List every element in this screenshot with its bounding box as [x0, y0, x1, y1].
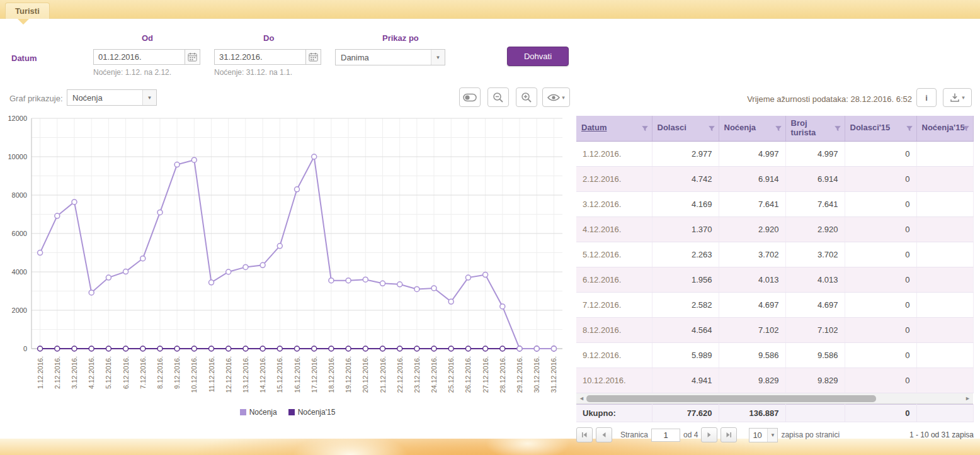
page-size-select[interactable]: 10 ▼ — [749, 428, 778, 442]
chart-toggle-button[interactable] — [459, 87, 481, 107]
table-row[interactable]: 7.12.2016.2.5824.6974.6970 — [576, 292, 973, 317]
cell-nocenja-15 — [916, 292, 973, 317]
zoom-in-button[interactable] — [516, 87, 537, 107]
table-row[interactable]: 1.12.2016.2.9774.9974.9970 — [576, 141, 973, 166]
filter-icon[interactable] — [906, 125, 913, 132]
svg-text:6.12.2016.: 6.12.2016. — [122, 356, 130, 389]
cell-nocenja-15 — [916, 242, 973, 267]
graf-prikazuje-label: Graf prikazuje: — [9, 94, 63, 103]
cell-dolasci-15: 0 — [845, 317, 916, 342]
svg-text:15.12.2016.: 15.12.2016. — [276, 356, 283, 393]
column-header-broj-turista[interactable]: Broj turista — [785, 116, 845, 141]
chart-svg-mount[interactable]: 0200040006000800010000120001.12.2016.2.1… — [5, 113, 572, 407]
zoom-in-icon — [521, 92, 532, 103]
cell-dolasci-15: 0 — [845, 292, 916, 317]
svg-text:26.12.2016.: 26.12.2016. — [464, 356, 472, 393]
cell-nocenja: 3.702 — [719, 242, 785, 267]
cell-nocenja-15 — [916, 141, 973, 166]
svg-text:17.12.2016.: 17.12.2016. — [311, 356, 318, 393]
zoom-out-button[interactable] — [487, 87, 509, 107]
cell-nocenja-15 — [916, 267, 973, 292]
legend-item-1[interactable]: Noćenja'15 — [288, 408, 336, 417]
table-horizontal-scrollbar[interactable]: ◄ ► — [576, 393, 973, 404]
cell-dolasci-15: 0 — [845, 141, 916, 166]
filter-icon[interactable] — [834, 125, 841, 132]
scrollbar-thumb[interactable] — [586, 395, 876, 402]
table-row[interactable]: 4.12.2016.1.3702.9202.9200 — [576, 216, 973, 242]
dohvati-button[interactable]: Dohvati — [507, 47, 569, 66]
table-row[interactable]: 2.12.2016.4.7426.9146.9140 — [576, 166, 973, 191]
svg-text:14.12.2016.: 14.12.2016. — [259, 356, 266, 393]
svg-text:30.12.2016.: 30.12.2016. — [533, 356, 540, 393]
svg-text:24.12.2016.: 24.12.2016. — [430, 356, 438, 393]
cell-broj-turista: 9.586 — [785, 342, 845, 368]
toggle-icon — [463, 93, 477, 102]
cell-datum: 7.12.2016. — [576, 292, 652, 317]
table-row[interactable]: 9.12.2016.5.9899.5869.5860 — [576, 342, 973, 368]
stranica-label: Stranica — [620, 430, 648, 439]
download-icon — [950, 93, 960, 103]
series-visibility-button[interactable]: ▾ — [542, 87, 570, 107]
column-header-dolasci[interactable]: Dolasci — [652, 116, 719, 141]
table-row[interactable]: 8.12.2016.4.5647.1027.1020 — [576, 317, 973, 342]
prev-page-button[interactable] — [596, 427, 612, 442]
cell-dolasci-15: 0 — [845, 342, 916, 368]
date-to-input[interactable] — [214, 49, 306, 65]
legend-item-0[interactable]: Noćenja — [240, 408, 277, 417]
cell-nocenja: 2.920 — [719, 216, 785, 242]
line-chart[interactable]: 0200040006000800010000120001.12.2016.2.1… — [5, 113, 570, 407]
page-number-input[interactable] — [651, 429, 680, 442]
first-page-button[interactable] — [576, 427, 593, 442]
column-header-datum[interactable]: Datum — [576, 116, 652, 141]
total-label: Ukupno: — [576, 404, 652, 422]
date-to-group — [214, 49, 321, 65]
info-button[interactable]: i — [916, 88, 937, 107]
table-row[interactable]: 6.12.2016.1.9564.0134.0130 — [576, 267, 973, 292]
next-page-button[interactable] — [701, 427, 717, 442]
column-header-nocenja[interactable]: Noćenja — [719, 116, 785, 141]
table-header-row: DatumDolasciNoćenjaBroj turistaDolasci'1… — [576, 116, 973, 141]
filter-icon[interactable] — [962, 125, 970, 132]
calendar-to-button[interactable] — [306, 49, 321, 65]
svg-text:1.12.2016.: 1.12.2016. — [37, 356, 44, 389]
svg-text:4000: 4000 — [12, 268, 27, 276]
svg-text:10000: 10000 — [8, 153, 27, 160]
svg-text:28.12.2016.: 28.12.2016. — [499, 356, 506, 393]
svg-text:2.12.2016.: 2.12.2016. — [54, 356, 61, 389]
svg-text:21.12.2016.: 21.12.2016. — [379, 356, 387, 393]
filter-icon[interactable] — [775, 125, 782, 132]
prikaz-po-select[interactable]: Danima ▼ — [335, 49, 445, 65]
table-row[interactable]: 10.12.2016.4.9419.8299.8290 — [576, 368, 973, 393]
table-row[interactable]: 5.12.2016.2.2633.7023.7020 — [576, 242, 973, 267]
graf-prikazuje-select[interactable]: Noćenja ▼ — [67, 89, 157, 106]
chevron-down-icon: ▼ — [767, 429, 777, 442]
filter-icon[interactable] — [708, 125, 715, 132]
date-from-input[interactable] — [93, 49, 185, 65]
scroll-right-icon[interactable]: ► — [965, 395, 971, 402]
svg-text:0: 0 — [23, 345, 27, 352]
eye-icon — [547, 93, 560, 102]
svg-text:29.12.2016.: 29.12.2016. — [516, 356, 523, 393]
info-icon: i — [925, 93, 928, 103]
column-header-dolasci-15[interactable]: Dolasci'15 — [845, 116, 916, 141]
graf-prikazuje-value: Noćenja — [67, 93, 142, 103]
column-header-nocenja-15[interactable]: Noćenja'15 — [916, 116, 973, 141]
table-row[interactable]: 3.12.2016.4.1697.6417.6410 — [576, 191, 973, 216]
scroll-left-icon[interactable]: ◄ — [579, 395, 584, 402]
svg-text:7.12.2016.: 7.12.2016. — [139, 356, 147, 389]
legend-label: Noćenja — [249, 408, 277, 417]
cell-datum: 2.12.2016. — [576, 166, 652, 191]
last-page-button[interactable] — [721, 427, 737, 442]
cell-dolasci: 1.956 — [652, 267, 719, 292]
svg-text:25.12.2016.: 25.12.2016. — [447, 356, 455, 393]
filter-icon[interactable] — [641, 125, 649, 132]
tab-turisti[interactable]: Turisti — [5, 3, 50, 19]
svg-text:8000: 8000 — [12, 191, 27, 199]
svg-text:16.12.2016.: 16.12.2016. — [293, 356, 301, 393]
svg-text:23.12.2016.: 23.12.2016. — [413, 356, 421, 393]
export-download-button[interactable]: ▾ — [943, 88, 972, 107]
calendar-from-button[interactable] — [185, 49, 200, 65]
cell-nocenja: 7.641 — [719, 191, 785, 216]
svg-text:22.12.2016.: 22.12.2016. — [396, 356, 404, 393]
cell-broj-turista: 9.829 — [785, 368, 845, 393]
